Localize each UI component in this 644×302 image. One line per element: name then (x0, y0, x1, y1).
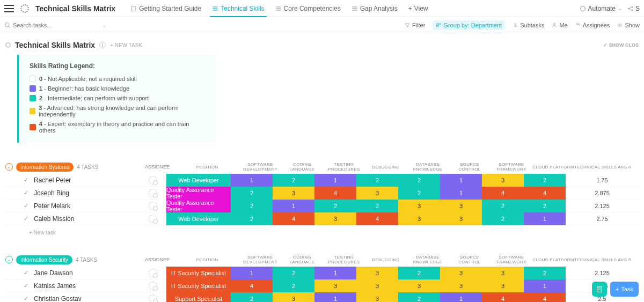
section-badge[interactable]: Information Systems (16, 163, 74, 172)
score-cell[interactable]: 3 (314, 279, 356, 292)
score-cell[interactable]: 3 (482, 279, 524, 292)
score-cell[interactable]: 3 (314, 212, 356, 225)
score-cell[interactable]: 1 (273, 200, 314, 212)
task-name[interactable]: Jane Dawson (34, 269, 73, 277)
score-cell[interactable]: 3 (440, 279, 482, 292)
table-row[interactable]: ✓Jane DawsonIT Security Specialist121323… (5, 267, 639, 279)
position-cell[interactable]: Web Developer (166, 174, 231, 187)
check-icon[interactable]: ✓ (24, 215, 28, 222)
table-row[interactable]: ✓Caleb MissionWeb Developer243433212.75 (5, 212, 639, 225)
score-cell[interactable]: 3 (440, 267, 482, 279)
assignee-placeholder[interactable] (149, 282, 157, 290)
score-cell[interactable]: 2 (231, 292, 273, 302)
tab-technical-skills[interactable]: Technical Skills (212, 1, 264, 17)
score-cell[interactable]: 3 (273, 187, 314, 200)
score-cell[interactable]: 1 (231, 267, 273, 279)
score-cell[interactable]: 2 (398, 267, 440, 279)
score-cell[interactable]: 4 (356, 212, 398, 225)
score-cell[interactable]: 4 (524, 292, 566, 302)
score-cell[interactable]: 2 (273, 174, 314, 187)
score-cell[interactable]: 2 (398, 174, 440, 187)
score-cell[interactable]: 3 (356, 267, 398, 279)
score-cell[interactable]: 3 (356, 292, 398, 302)
position-cell[interactable]: Quality Assurance Tester (166, 200, 231, 212)
share-button[interactable]: S (627, 5, 640, 12)
score-cell[interactable]: 2 (482, 200, 524, 212)
score-cell[interactable]: 4 (314, 187, 356, 200)
score-cell[interactable]: 4 (231, 279, 273, 292)
score-cell[interactable]: 2 (356, 200, 398, 212)
score-cell[interactable]: 2 (398, 187, 440, 200)
score-cell[interactable]: 2 (356, 174, 398, 187)
new-task-row[interactable]: + New task (5, 225, 639, 235)
task-name[interactable]: Rachel Peter (34, 176, 71, 184)
score-cell[interactable]: 1 (314, 267, 356, 279)
position-cell[interactable]: IT Security Specialist (166, 279, 231, 292)
add-view[interactable]: + View (408, 1, 428, 17)
search-input[interactable] (13, 22, 67, 28)
score-cell[interactable]: 1 (314, 292, 356, 302)
score-cell[interactable]: 2 (524, 200, 566, 212)
score-cell[interactable]: 4 (524, 187, 566, 200)
score-cell[interactable]: 2 (273, 279, 314, 292)
filter-button[interactable]: Filter (405, 22, 425, 28)
collapse-icon[interactable]: ⌄ (5, 163, 13, 171)
assignee-placeholder[interactable] (149, 294, 157, 303)
assignee-placeholder[interactable] (149, 176, 157, 185)
new-task-link[interactable]: + NEW TASK (110, 42, 142, 48)
score-cell[interactable]: 3 (440, 200, 482, 212)
tab-core-competencies[interactable]: Core Competencies (275, 1, 341, 17)
score-cell[interactable]: 4 (482, 187, 524, 200)
score-cell[interactable]: 3 (440, 212, 482, 225)
score-cell[interactable]: 2 (231, 200, 273, 212)
assignee-placeholder[interactable] (149, 202, 157, 210)
score-cell[interactable]: 4 (482, 292, 524, 302)
automate-button[interactable]: Automate ⌄ (580, 5, 622, 12)
task-name[interactable]: Joseph Bing (34, 189, 69, 197)
score-cell[interactable]: 2 (231, 212, 273, 225)
position-cell[interactable]: Quality Assurance Tester (166, 187, 231, 200)
table-row[interactable]: ✓Joseph BingQuality Assurance Tester2343… (5, 187, 639, 200)
score-cell[interactable]: 3 (398, 279, 440, 292)
task-name[interactable]: Peter Melark (34, 202, 70, 210)
check-icon[interactable]: ✓ (24, 176, 28, 183)
assignees-button[interactable]: Assignees (575, 22, 610, 28)
tab-gap-analysis[interactable]: Gap Analysis (352, 1, 398, 17)
score-cell[interactable]: 1 (440, 174, 482, 187)
score-cell[interactable]: 3 (482, 174, 524, 187)
score-cell[interactable]: 2 (524, 174, 566, 187)
score-cell[interactable]: 3 (398, 200, 440, 212)
score-cell[interactable]: 2 (524, 267, 566, 279)
tab-getting-started[interactable]: Getting Started Guide (130, 1, 201, 17)
score-cell[interactable]: 1 (524, 212, 566, 225)
score-cell[interactable]: 3 (482, 267, 524, 279)
score-cell[interactable]: 1 (524, 279, 566, 292)
groupby-button[interactable]: Group by: Department (433, 20, 505, 30)
position-cell[interactable]: Support Specialist (166, 292, 231, 302)
score-cell[interactable]: 2 (231, 187, 273, 200)
table-row[interactable]: ✓Katniss JamesIT Security Specialist4233… (5, 279, 639, 292)
check-icon[interactable]: ✓ (24, 295, 28, 302)
check-icon[interactable]: ✓ (24, 202, 28, 209)
score-cell[interactable]: 2 (398, 292, 440, 302)
collapse-icon[interactable]: ⌄ (5, 256, 13, 263)
score-cell[interactable]: 1 (231, 174, 273, 187)
score-cell[interactable]: 1 (314, 174, 356, 187)
score-cell[interactable]: 2 (314, 200, 356, 212)
assignee-placeholder[interactable] (149, 215, 157, 223)
score-cell[interactable]: 3 (356, 187, 398, 200)
score-cell[interactable]: 3 (356, 279, 398, 292)
task-name[interactable]: Christian Gostav (34, 295, 82, 303)
check-icon[interactable]: ✓ (24, 269, 28, 276)
score-cell[interactable]: 2 (482, 212, 524, 225)
check-icon[interactable]: ✓ (24, 282, 28, 289)
score-cell[interactable]: 3 (398, 212, 440, 225)
table-row[interactable]: ✓Peter MelarkQuality Assurance Tester212… (5, 200, 639, 212)
position-cell[interactable]: Web Developer (166, 212, 231, 225)
info-icon[interactable]: i (99, 42, 106, 48)
show-button[interactable]: Show (617, 22, 640, 28)
score-cell[interactable]: 2 (273, 267, 314, 279)
position-cell[interactable]: IT Security Specialist (166, 267, 231, 279)
show-closed[interactable]: ✓ SHOW CLOS (603, 42, 639, 48)
me-button[interactable]: Me (552, 22, 567, 28)
